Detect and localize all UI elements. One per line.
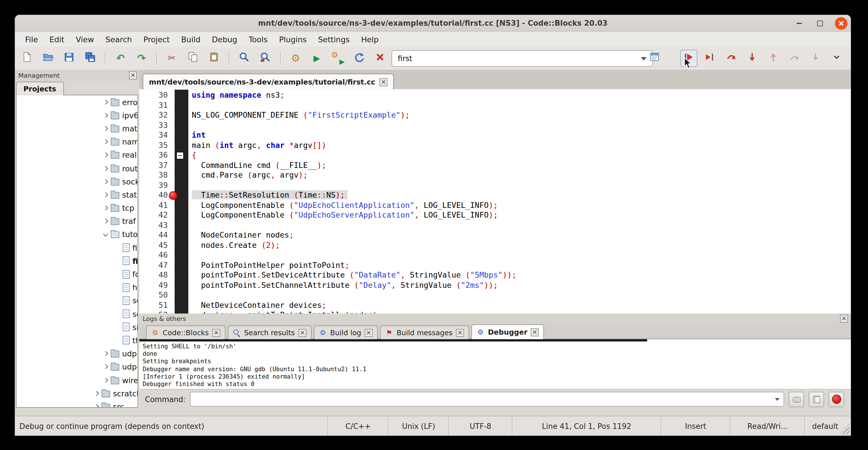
abort-build-button[interactable] (372, 50, 389, 67)
expand-icon[interactable] (93, 403, 100, 408)
logs-tab-build-log[interactable]: Build log (314, 326, 378, 339)
close-button[interactable] (835, 17, 847, 30)
logs-tab-build-messages[interactable]: Build messages (380, 326, 469, 339)
open-button[interactable] (39, 50, 57, 67)
expand-icon[interactable] (102, 165, 109, 172)
new-file-button[interactable] (18, 50, 35, 67)
tree-item-scratch[interactable]: scratch (17, 387, 137, 400)
save-button[interactable] (61, 50, 78, 67)
menu-file[interactable]: File (20, 32, 44, 47)
next-line-button[interactable] (722, 50, 740, 67)
tree-item-th[interactable]: th (17, 334, 137, 347)
maximize-button[interactable] (814, 17, 826, 30)
expand-icon[interactable] (102, 205, 109, 211)
tree-item-he[interactable]: he (17, 281, 137, 294)
tree-item-tuto[interactable]: tuto (17, 228, 137, 241)
expand-icon[interactable] (102, 363, 109, 370)
run-to-cursor-button[interactable] (701, 50, 718, 67)
editor-tab-first-cc[interactable]: mnt/dev/tools/source/ns-3-dev/examples/t… (143, 74, 394, 90)
build-button[interactable]: ⚙ (287, 50, 304, 67)
tree-item-ipv6[interactable]: ipv6 (17, 109, 137, 122)
rebuild-button[interactable] (350, 50, 368, 67)
tree-item-src[interactable]: src (17, 400, 137, 408)
close-tab-icon[interactable] (365, 329, 373, 337)
menu-plugins[interactable]: Plugins (273, 32, 312, 47)
menu-tools[interactable]: Tools (243, 32, 273, 47)
expand-icon[interactable] (102, 178, 109, 185)
tree-item-fo[interactable]: fo (17, 268, 137, 281)
tree-item-udp-[interactable]: udp- (17, 360, 137, 373)
tree-item-real[interactable]: real (17, 148, 137, 161)
command-link-button[interactable] (789, 391, 804, 407)
expand-icon[interactable] (102, 112, 109, 119)
titlebar[interactable]: mnt/dev/tools/source/ns-3-dev/examples/t… (15, 15, 851, 33)
breakpoint-marker[interactable] (169, 191, 178, 200)
command-combobox[interactable] (190, 392, 784, 407)
tree-item-se[interactable]: se (17, 307, 137, 320)
find-in-files-button[interactable] (257, 50, 274, 67)
logs-tab-debugger[interactable]: Debugger (471, 324, 544, 339)
tree-item-fir[interactable]: fir (17, 254, 137, 268)
expand-icon[interactable] (102, 191, 109, 198)
close-tab-icon[interactable] (531, 328, 539, 336)
code-editor[interactable]: 3031323334353637383940414243444546474849… (139, 89, 851, 313)
toolbar-overflow-button[interactable] (828, 50, 845, 67)
fold-marker[interactable] (176, 152, 184, 159)
expand-icon[interactable] (102, 98, 109, 106)
build-target-combobox[interactable]: first (392, 50, 653, 67)
close-tab-icon[interactable] (380, 78, 388, 86)
tree-item-udp[interactable]: udp (17, 347, 137, 360)
tab-projects[interactable]: Projects (16, 82, 64, 95)
minimize-button[interactable] (793, 17, 805, 30)
expand-icon[interactable] (102, 377, 109, 384)
tree-item-sock[interactable]: sock (17, 175, 137, 188)
expand-icon[interactable] (102, 350, 109, 357)
menu-view[interactable]: View (70, 32, 100, 47)
tree-item-erro[interactable]: erro (17, 95, 137, 109)
expand-icon[interactable] (102, 152, 109, 158)
tree-item-tcp[interactable]: tcp (17, 201, 137, 214)
menu-build[interactable]: Build (176, 32, 206, 47)
expand-icon[interactable] (102, 125, 109, 132)
find-button[interactable] (236, 50, 253, 67)
close-tab-icon[interactable] (298, 329, 306, 337)
expand-icon[interactable] (102, 218, 109, 225)
project-tree[interactable]: erroipv6matnamrealroutsockstattcptraftut… (16, 95, 138, 408)
close-tab-icon[interactable] (456, 329, 464, 337)
redo-button[interactable]: ↷ (133, 50, 150, 67)
close-panel-icon[interactable] (129, 71, 137, 79)
close-logs-icon[interactable] (840, 314, 848, 323)
tree-item-mat[interactable]: mat (17, 122, 137, 135)
command-dropdown-button[interactable] (771, 392, 783, 406)
command-copy-button[interactable] (809, 391, 824, 407)
menu-settings[interactable]: Settings (312, 32, 355, 47)
debugger-stop-button[interactable] (829, 391, 844, 407)
resize-grip[interactable] (845, 416, 851, 436)
menu-search[interactable]: Search (100, 32, 138, 47)
expand-icon[interactable] (93, 390, 100, 397)
build-and-run-button[interactable]: ⚙▶ (329, 50, 346, 67)
tree-item-six[interactable]: six (17, 320, 137, 333)
tree-item-se[interactable]: se (17, 294, 137, 307)
collapse-icon[interactable] (102, 231, 109, 238)
logs-tab-search-results[interactable]: Search results (228, 326, 312, 339)
debugger-log[interactable]: Setting SHELL to '/bin/sh'doneSetting br… (139, 339, 851, 393)
step-into-button[interactable] (744, 50, 761, 67)
tree-item-fif[interactable]: fif (17, 241, 137, 254)
tree-item-nam[interactable]: nam (17, 135, 137, 148)
tree-item-rout[interactable]: rout (17, 161, 137, 175)
close-tab-icon[interactable] (212, 329, 220, 337)
menu-help[interactable]: Help (355, 32, 384, 47)
cut-button[interactable]: ✂ (163, 50, 180, 67)
menu-project[interactable]: Project (137, 32, 175, 47)
expand-icon[interactable] (102, 138, 109, 145)
run-button[interactable]: ▶ (308, 50, 325, 67)
undo-button[interactable]: ↶ (112, 50, 129, 67)
paste-button[interactable] (206, 50, 223, 67)
copy-button[interactable] (184, 50, 202, 67)
menu-debug[interactable]: Debug (206, 32, 243, 47)
menu-edit[interactable]: Edit (44, 32, 70, 47)
tree-item-traf[interactable]: traf (17, 214, 137, 228)
tree-item-stat[interactable]: stat (17, 188, 137, 201)
step-into-instruction-button[interactable] (807, 50, 824, 67)
